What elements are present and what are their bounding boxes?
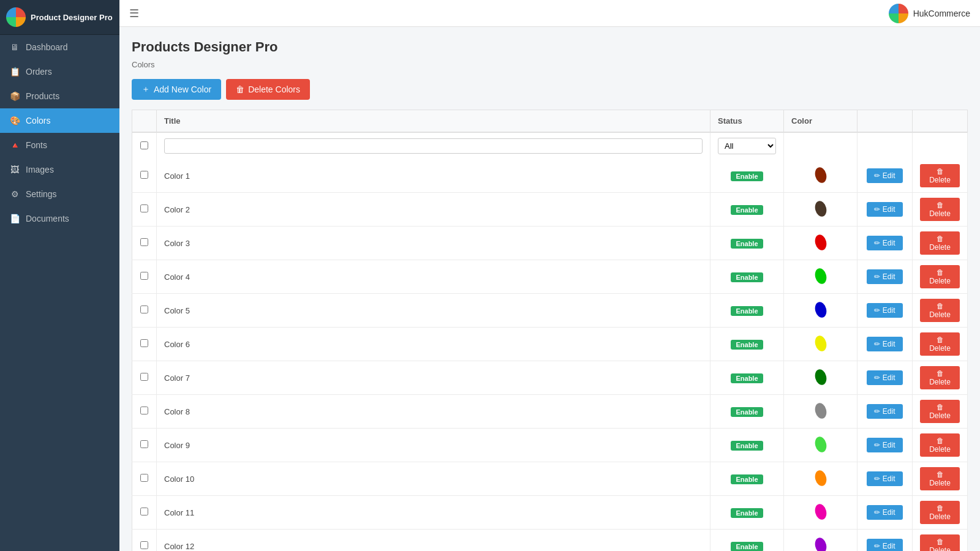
row-status-3: Enable	[710, 227, 784, 260]
sidebar-label-colors: Colors	[26, 116, 50, 126]
row-checkbox-4[interactable]	[140, 272, 148, 280]
delete-button-1[interactable]: 🗑 Delete	[920, 164, 960, 187]
edit-button-9[interactable]: ✏ Edit	[867, 438, 902, 452]
sidebar-item-products[interactable]: 📦 Products	[0, 84, 119, 108]
leaf-shape	[814, 234, 827, 251]
edit-button-3[interactable]: ✏ Edit	[867, 236, 902, 250]
table-row: Color 2 Enable ✏ Edit 🗑 Delete	[132, 193, 968, 227]
settings-icon: ⚙	[10, 189, 20, 199]
delete-button-5[interactable]: 🗑 Delete	[920, 299, 960, 322]
delete-button-12[interactable]: 🗑 Delete	[920, 534, 960, 551]
table-row: Color 4 Enable ✏ Edit 🗑 Delete	[132, 260, 968, 294]
sidebar-title: Product Designer Pro	[31, 13, 113, 22]
leaf-shape	[814, 402, 827, 419]
delete-button-8[interactable]: 🗑 Delete	[920, 400, 960, 423]
status-badge-2: Enable	[731, 205, 763, 215]
sidebar-item-documents[interactable]: 📄 Documents	[0, 206, 119, 231]
page-title: Products Designer Pro	[132, 39, 968, 55]
row-title-12: Color 12	[157, 530, 710, 552]
row-status-7: Enable	[710, 361, 784, 395]
content-area: Products Designer Pro Colors ＋ Add New C…	[119, 27, 980, 551]
row-checkbox-10[interactable]	[140, 474, 148, 482]
sidebar-item-images[interactable]: 🖼 Images	[0, 157, 119, 182]
row-delete-cell-9: 🗑 Delete	[913, 429, 968, 462]
select-all-checkbox[interactable]	[140, 141, 148, 149]
sidebar-item-settings[interactable]: ⚙ Settings	[0, 182, 119, 206]
svg-point-11	[814, 537, 827, 552]
row-checkbox-11[interactable]	[140, 508, 148, 515]
sidebar-item-colors[interactable]: 🎨 Colors	[0, 108, 119, 133]
row-title-2: Color 2	[157, 193, 710, 227]
row-edit-cell-4: ✏ Edit	[858, 260, 913, 294]
sidebar-header: Product Designer Pro	[0, 0, 119, 35]
status-badge-12: Enable	[731, 542, 763, 552]
row-checkbox-9[interactable]	[140, 440, 148, 448]
topbar: ☰ HukCommerce	[119, 0, 980, 27]
edit-button-6[interactable]: ✏ Edit	[867, 337, 902, 351]
row-color-3	[784, 227, 858, 260]
orders-icon: 📋	[10, 67, 20, 77]
table-body: Color 1 Enable ✏ Edit 🗑 Delete Color 2 E…	[132, 159, 968, 551]
row-checkbox-5[interactable]	[140, 305, 148, 313]
leaf-shape	[814, 268, 827, 285]
edit-button-1[interactable]: ✏ Edit	[867, 168, 902, 183]
row-edit-cell-5: ✏ Edit	[858, 294, 913, 328]
col-header-color: Color	[784, 110, 858, 133]
edit-button-12[interactable]: ✏ Edit	[867, 539, 902, 551]
table-row: Color 10 Enable ✏ Edit 🗑 Delete	[132, 462, 968, 496]
sidebar-item-dashboard[interactable]: 🖥 Dashboard	[0, 35, 119, 59]
status-badge-11: Enable	[731, 508, 763, 518]
delete-button-7[interactable]: 🗑 Delete	[920, 366, 960, 389]
breadcrumb: Colors	[132, 60, 968, 69]
table-row: Color 3 Enable ✏ Edit 🗑 Delete	[132, 227, 968, 260]
add-new-color-button[interactable]: ＋ Add New Color	[132, 79, 221, 100]
sidebar-label-settings: Settings	[26, 189, 57, 199]
row-color-12	[784, 530, 858, 552]
sidebar-item-fonts[interactable]: 🔺 Fonts	[0, 133, 119, 157]
title-filter-input[interactable]	[164, 138, 703, 154]
row-checkbox-1[interactable]	[140, 171, 148, 179]
products-icon: 📦	[10, 91, 20, 101]
row-title-5: Color 5	[157, 294, 710, 328]
edit-button-2[interactable]: ✏ Edit	[867, 202, 902, 217]
delete-button-2[interactable]: 🗑 Delete	[920, 198, 960, 221]
row-checkbox-3[interactable]	[140, 238, 148, 246]
hamburger-icon[interactable]: ☰	[129, 7, 139, 20]
row-delete-cell-10: 🗑 Delete	[913, 462, 968, 496]
row-status-9: Enable	[710, 429, 784, 462]
status-filter-select[interactable]: All Enable Disable	[718, 138, 776, 154]
edit-button-11[interactable]: ✏ Edit	[867, 505, 902, 520]
delete-colors-button[interactable]: 🗑 Delete Colors	[226, 79, 310, 100]
plus-icon: ＋	[141, 84, 150, 95]
leaf-shape	[814, 503, 827, 520]
row-status-5: Enable	[710, 294, 784, 328]
row-checkbox-12[interactable]	[140, 541, 148, 549]
filter-title-cell	[157, 132, 710, 159]
row-checkbox-6[interactable]	[140, 339, 148, 347]
delete-button-3[interactable]: 🗑 Delete	[920, 231, 960, 255]
row-checkbox-7[interactable]	[140, 373, 148, 381]
status-badge-7: Enable	[731, 373, 763, 383]
col-header-checkbox	[132, 110, 157, 133]
delete-button-10[interactable]: 🗑 Delete	[920, 467, 960, 490]
delete-button-11[interactable]: 🗑 Delete	[920, 501, 960, 524]
edit-button-5[interactable]: ✏ Edit	[867, 303, 902, 318]
row-checkbox-8[interactable]	[140, 407, 148, 414]
row-checkbox-2[interactable]	[140, 204, 148, 212]
edit-button-10[interactable]: ✏ Edit	[867, 471, 902, 486]
row-edit-cell-8: ✏ Edit	[858, 395, 913, 429]
edit-button-4[interactable]: ✏ Edit	[867, 269, 902, 284]
delete-button-6[interactable]: 🗑 Delete	[920, 332, 960, 356]
row-checkbox-cell	[132, 294, 157, 328]
edit-button-8[interactable]: ✏ Edit	[867, 404, 902, 419]
row-edit-cell-11: ✏ Edit	[858, 496, 913, 530]
main-content: ☰ HukCommerce Products Designer Pro Colo…	[119, 0, 980, 551]
col-header-edit	[858, 110, 913, 133]
row-delete-cell-2: 🗑 Delete	[913, 193, 968, 227]
leaf-shape	[814, 301, 827, 318]
delete-button-4[interactable]: 🗑 Delete	[920, 265, 960, 288]
edit-button-7[interactable]: ✏ Edit	[867, 370, 902, 385]
delete-button-9[interactable]: 🗑 Delete	[920, 433, 960, 457]
sidebar-item-orders[interactable]: 📋 Orders	[0, 59, 119, 84]
sidebar-label-documents: Documents	[26, 214, 69, 223]
